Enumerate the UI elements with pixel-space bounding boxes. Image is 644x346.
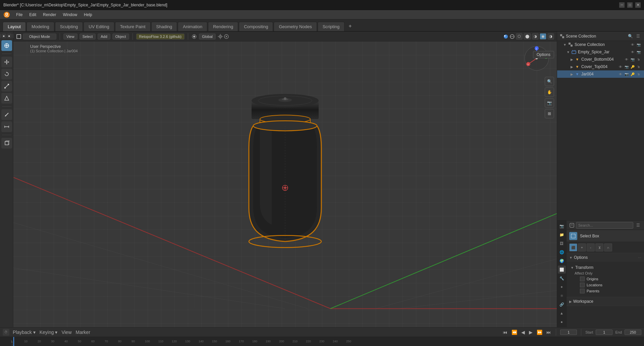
cursor-tool-button[interactable]	[1, 40, 12, 51]
props-tab-output[interactable]: 📁	[558, 231, 566, 239]
move-tool-button[interactable]	[1, 57, 12, 67]
3d-object-area[interactable]	[13, 42, 557, 327]
cover-top-key[interactable]: 🔑	[630, 64, 635, 69]
outliner-empty-spice-jar[interactable]: ▼ Empty_Spice_Jar 👁 📷	[557, 48, 644, 56]
maximize-button[interactable]: □	[627, 2, 633, 8]
outliner-scene-collection[interactable]: ▼ Scene Collection 👁 📷	[557, 41, 644, 48]
jar004-camera[interactable]: 📷	[624, 71, 629, 77]
close-button[interactable]: ✕	[635, 2, 641, 8]
ortho-view-button[interactable]: ⊞	[545, 109, 554, 118]
props-tab-material[interactable]: ●	[558, 318, 566, 326]
playback-dropdown[interactable]: Playback ▾	[12, 329, 36, 336]
window-controls[interactable]: ─ □ ✕	[619, 2, 641, 8]
solid-shading-btn[interactable]: ⬤	[524, 33, 531, 40]
props-tab-object[interactable]: ⬜	[558, 266, 566, 274]
workspace-section-header[interactable]: ▶ Workspace	[567, 297, 644, 306]
play-button[interactable]: ▶	[528, 329, 533, 336]
mode-icon-1[interactable]: ■	[0, 34, 1, 38]
object-mode-dropdown[interactable]: Object Mode	[23, 34, 56, 40]
render-preview-btn[interactable]: ◑	[547, 33, 554, 40]
options-section-header[interactable]: ▼ Options ⋯	[567, 253, 644, 262]
minimize-button[interactable]: ─	[619, 2, 625, 8]
start-frame-input[interactable]	[596, 330, 612, 335]
outliner-filter-button[interactable]: ☰	[635, 33, 641, 40]
jump-end-button[interactable]: ⏭	[546, 329, 552, 336]
tab-animation[interactable]: Animation	[178, 22, 207, 31]
viewport-options-button[interactable]: Options	[533, 51, 554, 58]
locations-checkbox[interactable]	[580, 283, 585, 287]
cover-bottom-camera[interactable]: 📷	[630, 57, 635, 62]
cover-bottom-select[interactable]: 🖱	[636, 57, 641, 62]
props-tab-constraints[interactable]: 🔗	[558, 300, 566, 308]
step-forward-button[interactable]: ⏩	[536, 329, 543, 336]
props-tab-modifier[interactable]: 🔧	[558, 274, 566, 282]
add-workspace-button[interactable]: +	[345, 21, 355, 31]
outliner-cover-top004[interactable]: ▶ ▼ Cover_Top004 👁 📷 🔑 🖱	[557, 63, 644, 70]
props-tab-world[interactable]: 🌍	[558, 257, 566, 265]
empty-spice-jar-camera[interactable]: 📷	[636, 49, 641, 55]
props-filter-button[interactable]: ☰	[635, 222, 641, 229]
jump-start-button[interactable]: ⏮	[502, 329, 508, 336]
pan-button[interactable]: ✋	[545, 88, 554, 97]
menu-render[interactable]: Render	[40, 12, 59, 18]
cover-top-select[interactable]: 🖱	[636, 64, 641, 69]
transform-tool-button[interactable]	[1, 93, 12, 104]
props-tab-render[interactable]: 📷	[558, 222, 566, 230]
xray-icon[interactable]	[509, 34, 515, 39]
mode-icon-invert[interactable]: ⊻	[595, 243, 603, 251]
addon-button[interactable]: RetopoFlow 3.2.6 (github)	[136, 34, 185, 40]
tab-scripting[interactable]: Scripting	[318, 22, 345, 31]
mode-icon-set[interactable]: ⬛	[569, 243, 577, 251]
annotate-tool-button[interactable]	[1, 109, 12, 120]
rendered-shading-btn[interactable]: ◉	[540, 33, 546, 40]
tab-uv-editing[interactable]: UV Editing	[84, 22, 114, 31]
play-reverse-button[interactable]: ◀	[521, 329, 526, 336]
add-menu[interactable]: Add	[98, 34, 110, 40]
cover-top-eye[interactable]: 👁	[618, 64, 623, 69]
tab-modeling[interactable]: Modeling	[26, 22, 54, 31]
transform-subsection-header[interactable]: ▼ Transform	[571, 264, 640, 271]
mode-icon-intersect[interactable]: ∩	[604, 243, 612, 251]
zoom-in-button[interactable]: 🔍	[545, 77, 554, 86]
mode-icon-extend[interactable]: +	[578, 243, 586, 251]
outliner-search-button[interactable]: 🔍	[627, 33, 634, 40]
rotate-tool-button[interactable]	[1, 69, 12, 79]
measure-tool-button[interactable]	[1, 121, 12, 132]
props-tab-view-layer[interactable]: 🖼	[558, 239, 566, 247]
scale-tool-button[interactable]	[1, 81, 12, 92]
parents-checkbox[interactable]	[580, 289, 585, 293]
menu-edit[interactable]: Edit	[26, 12, 39, 18]
add-cube-button[interactable]	[1, 138, 12, 149]
tab-rendering[interactable]: Rendering	[208, 22, 238, 31]
outliner-jar004[interactable]: ▶ ▼ Jar004 👁 📷 🔑 🖱	[557, 70, 644, 78]
properties-search[interactable]	[576, 222, 633, 229]
current-frame-input[interactable]	[560, 330, 577, 335]
navigation-gizmo[interactable]: Z X Y	[523, 45, 550, 72]
step-back-button[interactable]: ⏪	[511, 329, 518, 336]
mode-icon-3[interactable]: ■	[7, 34, 12, 38]
marker-dropdown[interactable]: Marker	[75, 329, 91, 336]
menu-help[interactable]: Help	[81, 12, 95, 18]
origins-checkbox[interactable]	[580, 277, 585, 281]
cover-top-camera[interactable]: 📷	[624, 64, 629, 69]
tab-geometry-nodes[interactable]: Geometry Nodes	[274, 22, 317, 31]
select-menu[interactable]: Select	[79, 34, 96, 40]
object-menu[interactable]: Object	[112, 34, 129, 40]
tab-shading[interactable]: Shading	[151, 22, 177, 31]
scene-collection-eye[interactable]: 👁	[630, 42, 635, 47]
view-menu[interactable]: View	[63, 34, 77, 40]
outliner-cover-bottom004[interactable]: ▶ ▼ Cover_Bottom004 👁 📷 🖱	[557, 56, 644, 63]
jar004-eye[interactable]: 👁	[618, 71, 623, 77]
mode-icon-2[interactable]: ■	[2, 34, 6, 38]
viewport-3d[interactable]: Object Mode View Select Add Object Retop…	[13, 32, 557, 327]
blender-logo[interactable]	[3, 11, 11, 19]
menu-window[interactable]: Window	[60, 12, 80, 18]
empty-spice-jar-eye[interactable]: 👁	[630, 49, 635, 55]
jar004-key[interactable]: 🔑	[630, 71, 635, 77]
keying-dropdown[interactable]: Keying ▾	[39, 329, 58, 336]
material-shading-btn[interactable]: ◑	[532, 33, 539, 40]
mode-icon-subtract[interactable]: -	[587, 243, 595, 251]
jar004-select[interactable]: 🖱	[636, 71, 641, 77]
tab-layout[interactable]: Layout	[3, 22, 26, 31]
scene-collection-camera[interactable]: 📷	[636, 42, 641, 47]
